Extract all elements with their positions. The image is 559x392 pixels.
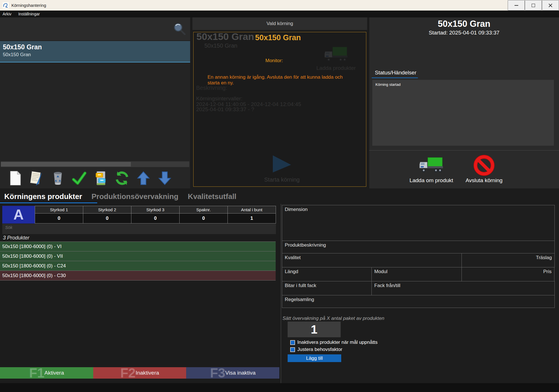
value-styrkod1[interactable]: 0 <box>35 214 83 224</box>
close-icon <box>548 3 552 7</box>
truck-icon <box>324 46 348 64</box>
value-styrkod2[interactable]: 0 <box>83 214 131 224</box>
delete-run-button[interactable] <box>50 170 66 186</box>
ghost-run-title: 50x150 Gran <box>196 31 254 42</box>
add-button[interactable]: Lägg till <box>288 354 341 362</box>
menu-installningar[interactable]: Inställningar <box>15 11 43 17</box>
status-tab-underline <box>372 78 418 78</box>
product-row[interactable]: 50x150 [1800-6000] (0) - VII <box>0 251 276 261</box>
f1-aktivera-button[interactable]: F1 Aktivera <box>0 367 93 379</box>
f3-visa-inaktiva-button[interactable]: F3 Visa inaktiva <box>186 367 279 379</box>
selected-run-header: Vald körning <box>192 17 367 30</box>
active-run-panel: 50x150 Gran Startad: 2025-04-01 09:33:37… <box>369 17 559 188</box>
end-run-button[interactable]: Avsluta körning <box>460 155 508 184</box>
reload-product-button[interactable]: Ladda om produkt <box>403 157 460 184</box>
control-columns: Styrkod 1 Styrkod 2 Styrkod 3 Spaknr. An… <box>35 206 276 224</box>
tab-korningens-produkter[interactable]: Körningens produkter <box>4 192 82 201</box>
truck-icon <box>419 157 444 174</box>
close-button[interactable] <box>542 0 559 11</box>
selected-run-title: 50x150 Gran <box>255 33 301 42</box>
field-regelsamling[interactable]: Regelsamling <box>282 295 555 308</box>
product-search-input[interactable] <box>2 224 276 234</box>
field-langd[interactable]: Längd <box>282 267 372 281</box>
f2-key: F2 <box>120 367 136 379</box>
value-spaknr[interactable]: 0 <box>179 214 227 224</box>
maximize-icon <box>532 4 535 7</box>
titlebar: Körningshantering <box>0 0 559 11</box>
move-down-button[interactable] <box>157 170 172 186</box>
tab-produktionsovervakning[interactable]: Produktionsövervakning <box>92 192 178 201</box>
load-products-button[interactable]: Ladda produkter <box>313 46 359 71</box>
f2-inaktivera-button[interactable]: F2 Inaktivera <box>93 367 186 379</box>
selected-run-panel: 50x150 Gran 50x150 Gran 50x150 Gran Ladd… <box>193 32 366 187</box>
edit-run-button[interactable] <box>29 170 44 186</box>
no-entry-icon <box>473 155 495 176</box>
new-run-button[interactable] <box>7 170 23 186</box>
field-dimension[interactable]: Dimension <box>282 205 555 241</box>
value-styrkod3[interactable]: 0 <box>131 214 179 224</box>
control-value-row: 0 0 0 0 1 <box>35 214 276 224</box>
field-bitar-i-fullt-fack[interactable]: Bitar i fullt fack <box>282 281 372 295</box>
load-products-label: Ladda produkter <box>313 65 359 71</box>
window-title: Körningshantering <box>11 3 46 8</box>
scrollbar-thumb[interactable] <box>1 162 131 166</box>
archive-button[interactable] <box>93 170 108 186</box>
tab-status-handelser[interactable]: Status/Händelser <box>375 70 416 76</box>
panel-divider <box>369 150 559 151</box>
field-traslag[interactable]: Träslag <box>462 253 555 267</box>
bottom-tabs: Körningens produkter Produktionsövervakn… <box>4 192 236 201</box>
checkmark-icon <box>72 170 87 186</box>
checkbox-icon <box>290 340 295 345</box>
horizontal-scrollbar[interactable] <box>1 161 189 167</box>
field-produktbeskrivning[interactable]: Produktbeskrivning <box>282 241 555 253</box>
ghost-run-subtitle: 50x150 Gran <box>204 42 237 49</box>
product-row[interactable]: 50x150 [1800-6000] (0) - C24 <box>0 261 276 271</box>
field-kvalitet[interactable]: Kvalitet <box>282 253 462 267</box>
run-warning-message: En annan körning är igång. Avsluta den f… <box>208 74 346 86</box>
col-header-styrkod3: Styrkod 3 <box>131 206 179 214</box>
run-item-subtitle: 50x150 Gran <box>3 52 190 58</box>
field-fack-fran-till[interactable]: Fack från/till <box>371 281 555 295</box>
package-count-input[interactable]: 1 <box>288 322 341 337</box>
field-modul[interactable]: Modul <box>371 267 462 281</box>
product-count-label: 3 Produkter <box>3 235 29 241</box>
control-header-row: Styrkod 1 Styrkod 2 Styrkod 3 Spaknr. An… <box>35 206 276 214</box>
run-intervals-label: Körningsintervaller: <box>196 96 243 102</box>
run-interval: 2025-04-01 09:33:37 - ? <box>196 106 254 113</box>
move-up-button[interactable] <box>136 170 151 186</box>
monitor-label: Monitor: <box>265 58 283 64</box>
search-icon[interactable] <box>172 22 186 36</box>
f2-label: Inaktivera <box>136 370 159 376</box>
run-list: 50x150 Gran 50x150 Gran <box>0 41 190 161</box>
menu-arkiv[interactable]: Arkiv <box>0 11 15 17</box>
tab-kvalitetsutfall[interactable]: Kvalitetsutfall <box>188 192 237 201</box>
start-run-button[interactable]: Starta körning <box>259 155 305 183</box>
checkbox-justera-behovsfaktor[interactable]: Justera behovsfaktor <box>290 347 342 352</box>
detail-field-grid: Dimension Produktbeskrivning Kvalitet Tr… <box>282 205 555 308</box>
run-list-item-selected[interactable]: 50x150 Gran 50x150 Gran <box>0 41 190 62</box>
status-log: Körning startad <box>372 80 554 146</box>
checkbox-icon <box>290 347 295 352</box>
description-label: Beskrivning: <box>196 85 227 91</box>
value-antal-i-bunt[interactable]: 1 <box>227 214 276 224</box>
log-entry: Körning startad <box>372 80 554 87</box>
product-detail-panel: Dimension Produktbeskrivning Kvalitet Tr… <box>281 204 559 383</box>
edit-icon <box>29 170 44 186</box>
minimize-button[interactable] <box>508 0 525 11</box>
confirm-button[interactable] <box>72 170 87 186</box>
col-header-spaknr: Spaknr. <box>179 206 227 214</box>
refresh-button[interactable] <box>114 170 130 186</box>
product-row[interactable]: 50x150 [1800-6000] (0) - C30 <box>0 271 276 281</box>
f1-label: Aktivera <box>44 370 64 376</box>
product-row[interactable]: 50x150 [1800-6000] (0) - VI <box>0 242 276 251</box>
marker-a-box[interactable]: A <box>2 206 35 224</box>
field-pris[interactable]: Pris <box>462 267 554 281</box>
active-run-title: 50x150 Gran <box>369 19 559 29</box>
maximize-button[interactable] <box>525 0 542 11</box>
arrow-down-icon <box>157 170 172 186</box>
col-header-styrkod2: Styrkod 2 <box>83 206 131 214</box>
checkbox-inaktivera-produkter[interactable]: Inaktivera produkter när mål uppnåtts <box>290 340 378 345</box>
new-document-icon <box>7 170 23 186</box>
product-search-row <box>2 224 276 234</box>
trash-icon <box>50 170 66 186</box>
